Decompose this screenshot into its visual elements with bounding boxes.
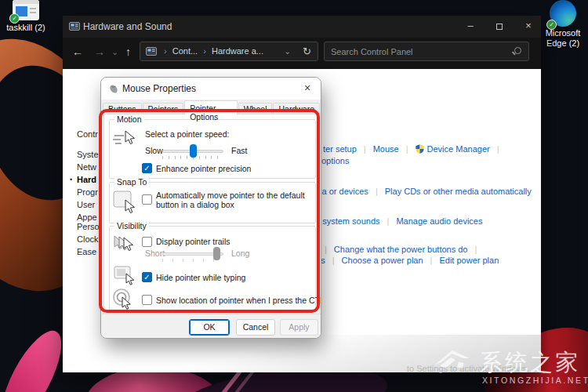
enhance-precision-checkbox[interactable]: ✓ bbox=[142, 163, 152, 173]
active-item-bullet-icon: • bbox=[70, 176, 72, 183]
snap-to-checkbox[interactable] bbox=[142, 194, 152, 205]
show-pointer-location-checkbox[interactable] bbox=[142, 295, 152, 305]
snap-to-group: Snap To Automatically move pointer to th… bbox=[109, 182, 316, 223]
window-titlebar[interactable]: Hardware and Sound – × bbox=[63, 16, 541, 38]
link-mouse[interactable]: Mouse bbox=[373, 144, 399, 154]
link-startup-options[interactable]: options bbox=[321, 156, 349, 165]
tab-pointer-options[interactable]: Pointer Options bbox=[184, 100, 238, 114]
sidebar-item-appearance-line1[interactable]: Appe bbox=[77, 212, 97, 222]
pointer-trails-icon bbox=[113, 234, 140, 255]
pointer-speed-slider-thumb[interactable] bbox=[190, 144, 197, 158]
link-device-manager[interactable]: Device Manager bbox=[427, 144, 490, 154]
snap-to-group-label: Snap To bbox=[114, 177, 149, 187]
separator: | bbox=[497, 144, 499, 154]
hide-pointer-icon bbox=[114, 266, 137, 286]
desktop-icon-taskkill[interactable]: ✓ taskkill (2) bbox=[5, 0, 46, 33]
sound-links: e system sounds | Manage audio devices bbox=[315, 216, 482, 226]
maximize-button[interactable] bbox=[486, 16, 513, 36]
link-power-buttons[interactable]: Change what the power buttons do bbox=[334, 245, 468, 254]
separator: | bbox=[376, 187, 378, 196]
control-panel-icon bbox=[146, 47, 157, 56]
watermark-chinese-text: 系统之家 bbox=[480, 347, 580, 379]
show-pointer-location-label: Show location of pointer when I press th… bbox=[156, 296, 321, 305]
separator: | bbox=[332, 256, 335, 265]
sidebar-item-user-accounts[interactable]: User bbox=[77, 200, 95, 209]
link-power-plan[interactable]: Choose a power plan bbox=[342, 256, 423, 265]
address-dropdown-icon[interactable]: ⌄ bbox=[285, 47, 291, 56]
back-button[interactable]: ← bbox=[72, 45, 83, 58]
pointer-trails-checkbox[interactable] bbox=[142, 237, 152, 247]
sidebar-item-ease-of-access[interactable]: Ease bbox=[77, 247, 96, 256]
desktop-icon-edge[interactable]: ✓ Microsoft Edge (2) bbox=[539, 0, 586, 49]
hide-pointer-checkbox[interactable]: ✓ bbox=[142, 272, 152, 282]
check-icon: ✓ bbox=[143, 273, 150, 281]
watermark-domain-text: XITONGZHIJIA.NET bbox=[482, 376, 588, 385]
refresh-icon[interactable]: ↻ bbox=[303, 45, 311, 57]
dialog-button-bar: OK Cancel Apply bbox=[101, 314, 321, 338]
snap-to-icon bbox=[113, 191, 138, 214]
breadcrumb: › Cont... › Hardware a... bbox=[161, 46, 263, 56]
pointer-speed-icon bbox=[113, 129, 140, 148]
ok-button[interactable]: OK bbox=[189, 319, 230, 336]
sidebar-item-control-panel-home[interactable]: Contr bbox=[77, 129, 98, 139]
long-label: Long bbox=[231, 249, 249, 258]
snap-to-label: Automatically move pointer to the defaul… bbox=[156, 191, 313, 209]
tab-hardware[interactable]: Hardware bbox=[273, 103, 320, 114]
cancel-button[interactable]: Cancel bbox=[236, 319, 275, 336]
tab-buttons[interactable]: Buttons bbox=[103, 103, 142, 114]
close-icon: × bbox=[525, 20, 532, 31]
link-system-sounds[interactable]: e system sounds bbox=[315, 216, 380, 226]
search-box[interactable] bbox=[324, 42, 529, 61]
select-pointer-speed-label: Select a pointer speed: bbox=[145, 129, 229, 139]
sidebar-item-clock-region[interactable]: Clock bbox=[77, 234, 99, 244]
sidebar-item-system-security[interactable]: Syste bbox=[77, 150, 99, 159]
tab-wheel[interactable]: Wheel bbox=[238, 103, 273, 114]
desktop-icon-label: taskkill (2) bbox=[5, 23, 46, 33]
separator: | bbox=[364, 144, 366, 154]
control-panel-icon bbox=[69, 22, 80, 31]
minimize-button[interactable]: – bbox=[457, 16, 484, 36]
mouse-icon bbox=[108, 84, 119, 94]
dialog-title: Mouse Properties bbox=[122, 83, 196, 94]
breadcrumb-control-panel[interactable]: Cont... bbox=[172, 46, 198, 56]
sync-check-badge-icon: ✓ bbox=[9, 13, 20, 24]
pointer-trails-label: Display pointer trails bbox=[156, 237, 230, 246]
trails-slider-thumb[interactable] bbox=[213, 247, 220, 260]
desktop-icon-label-line1: Microsoft bbox=[539, 28, 586, 38]
tab-pointers[interactable]: Pointers bbox=[143, 103, 184, 114]
link-play-cds[interactable]: Play CDs or other media automatically bbox=[385, 187, 532, 196]
separator: | bbox=[430, 256, 433, 265]
slow-label: Slow bbox=[145, 146, 163, 155]
link-audio-devices[interactable]: Manage audio devices bbox=[396, 216, 482, 226]
dialog-titlebar[interactable]: Mouse Properties × bbox=[101, 78, 321, 100]
check-icon: ✓ bbox=[143, 164, 150, 172]
apply-button[interactable]: Apply bbox=[280, 319, 318, 336]
history-dropdown-icon[interactable]: ⌄ bbox=[111, 47, 118, 57]
link-media-devices[interactable]: dia or devices bbox=[315, 187, 368, 196]
sidebar-item-hardware-sound[interactable]: Hard bbox=[77, 175, 96, 184]
sidebar-item-network[interactable]: Netw bbox=[77, 162, 96, 172]
pointer-options-page: Motion Select a pointer speed: Slow Fast… bbox=[103, 114, 320, 315]
breadcrumb-hardware-and-sound[interactable]: Hardware a... bbox=[212, 46, 263, 56]
maximize-icon bbox=[496, 24, 503, 30]
dialog-close-button[interactable]: × bbox=[300, 82, 314, 94]
visibility-group: Visibility Display pointer trails Short … bbox=[109, 226, 316, 312]
power-links-2: eps | Choose a power plan | Edit power p… bbox=[311, 256, 499, 265]
separator: | bbox=[474, 245, 477, 254]
separator: | bbox=[387, 216, 390, 226]
sidebar-item-appearance-line2[interactable]: Perso bbox=[77, 222, 100, 231]
motion-group-label: Motion bbox=[114, 114, 144, 124]
navigation-toolbar: ← → ⌄ ↑ › Cont... › Hardware a... ⌄ ↻ bbox=[63, 38, 541, 69]
link-edit-power-plan[interactable]: Edit power plan bbox=[439, 256, 499, 265]
sidebar-item-programs[interactable]: Progr bbox=[77, 187, 98, 197]
breadcrumb-sep-icon: › bbox=[161, 46, 170, 56]
forward-button[interactable]: → bbox=[94, 45, 105, 58]
address-bar[interactable]: › Cont... › Hardware a... ⌄ ↻ bbox=[140, 42, 318, 61]
link-printer-setup[interactable]: ter setup bbox=[323, 144, 357, 154]
search-input[interactable] bbox=[331, 42, 488, 60]
enhance-precision-label: Enhance pointer precision bbox=[156, 164, 251, 173]
xitongzhijia-logo-icon bbox=[432, 347, 473, 372]
desktop: ✓ taskkill (2) ✓ Microsoft Edge (2) Hard… bbox=[0, 0, 588, 392]
close-button[interactable]: × bbox=[515, 16, 542, 36]
up-button[interactable]: ↑ bbox=[125, 45, 131, 58]
